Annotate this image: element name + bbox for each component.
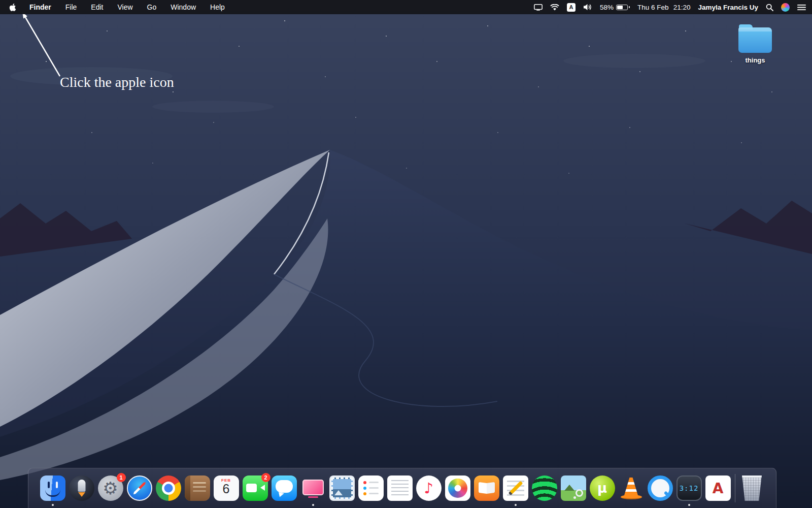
battery-icon: [616, 5, 628, 10]
dock-item-preview[interactable]: [561, 475, 586, 501]
dock-item-mail-stamp[interactable]: [329, 475, 355, 501]
menu-bar-status: A 58% Thu 6 Feb 21:20 Jamyla Francis Uy: [534, 3, 806, 12]
messages-icon: [272, 475, 297, 501]
menu-view[interactable]: View: [110, 3, 140, 11]
books-icon: [474, 475, 499, 501]
calendar-icon: FEB6: [214, 475, 239, 501]
autocad-icon: A: [705, 475, 731, 501]
menu-edit[interactable]: Edit: [84, 3, 110, 11]
menu-finder[interactable]: Finder: [22, 3, 58, 11]
dock-item-textedit[interactable]: [387, 475, 413, 501]
clock-icon: 3:12: [676, 475, 702, 501]
menu-bar-time: 21:20: [673, 4, 691, 11]
menu-file[interactable]: File: [58, 3, 84, 11]
siri-icon[interactable]: [781, 3, 790, 12]
menu-go[interactable]: Go: [140, 3, 164, 11]
dock-item-autocad[interactable]: A: [705, 475, 731, 501]
dock: 1FEB62µ3:12A: [28, 468, 776, 508]
display-icon[interactable]: [534, 4, 543, 11]
wifi-icon[interactable]: [550, 4, 559, 11]
display-icon: [300, 475, 326, 501]
dock-item-messages[interactable]: [272, 475, 297, 501]
dock-item-system-preferences[interactable]: 1: [98, 475, 123, 501]
app-menus: FinderFileEditViewGoWindowHelp: [22, 3, 232, 11]
battery-indicator[interactable]: 58%: [600, 4, 630, 11]
battery-nub: [629, 6, 630, 8]
photos-icon: [445, 475, 470, 501]
finder-icon: [40, 475, 65, 501]
dock-item-quicktime[interactable]: [648, 475, 673, 501]
dock-item-photos[interactable]: [445, 475, 470, 501]
music-icon: [416, 475, 442, 501]
notification-badge: 1: [117, 473, 126, 482]
dock-item-books[interactable]: [474, 475, 499, 501]
launchpad-icon: [69, 475, 94, 501]
dock-separator: [735, 474, 735, 502]
dock-item-music[interactable]: [416, 475, 442, 501]
dock-item-utorrent[interactable]: µ: [590, 475, 615, 501]
running-indicator: [52, 504, 54, 506]
dock-item-address-book[interactable]: [185, 475, 210, 501]
menu-window[interactable]: Window: [163, 3, 203, 11]
battery-fill: [617, 6, 623, 9]
folder-label: things: [736, 56, 774, 64]
menu-help[interactable]: Help: [203, 3, 232, 11]
menu-bar-clock[interactable]: Thu 6 Feb 21:20: [637, 4, 690, 11]
textedit-icon: [387, 475, 413, 501]
address-book-icon: [185, 475, 210, 501]
dock-item-clock[interactable]: 3:12: [676, 475, 702, 501]
running-indicator: [688, 504, 690, 506]
volume-icon[interactable]: [583, 4, 592, 11]
dock-item-safari[interactable]: [127, 475, 152, 501]
chrome-icon: [156, 475, 181, 501]
utorrent-icon: µ: [590, 475, 615, 501]
quicktime-icon: [648, 475, 673, 501]
desktop-folder-things[interactable]: things: [736, 23, 774, 64]
running-indicator: [312, 504, 314, 506]
dock-item-calendar[interactable]: FEB6: [214, 475, 239, 501]
dock-item-spotify[interactable]: [532, 475, 557, 501]
dock-item-finder[interactable]: [40, 475, 65, 501]
battery-percent: 58%: [600, 4, 614, 11]
dock-item-facetime[interactable]: 2: [243, 475, 268, 501]
menu-bar: FinderFileEditViewGoWindowHelp A 58% Thu…: [0, 0, 812, 14]
vlc-icon: [619, 475, 644, 501]
dock-item-display[interactable]: [300, 475, 326, 501]
news-icon: [503, 475, 528, 501]
dock-item-news[interactable]: [503, 475, 528, 501]
spotlight-search-icon[interactable]: [766, 4, 773, 11]
notification-badge: 2: [261, 473, 270, 482]
preview-icon: [561, 475, 586, 501]
trash-icon: [740, 475, 764, 501]
mail-stamp-icon: [329, 475, 355, 501]
input-source-icon[interactable]: A: [567, 3, 576, 12]
dock-item-launchpad[interactable]: [69, 475, 94, 501]
notification-center-icon[interactable]: [797, 4, 806, 11]
spotify-icon: [532, 475, 557, 501]
annotation-label: Click the apple icon: [60, 74, 174, 90]
menu-bar-date: Thu 6 Feb: [637, 4, 669, 11]
fast-user-switch-menu[interactable]: Jamyla Francis Uy: [698, 4, 758, 11]
apple-menu-icon[interactable]: [6, 3, 19, 12]
folder-icon: [738, 27, 772, 53]
reminders-icon: [358, 475, 384, 501]
running-indicator: [515, 504, 517, 506]
safari-icon: [127, 475, 152, 501]
dock-item-vlc[interactable]: [619, 475, 644, 501]
dock-item-chrome[interactable]: [156, 475, 181, 501]
dock-item-trash[interactable]: [739, 475, 765, 501]
dock-item-reminders[interactable]: [358, 475, 384, 501]
